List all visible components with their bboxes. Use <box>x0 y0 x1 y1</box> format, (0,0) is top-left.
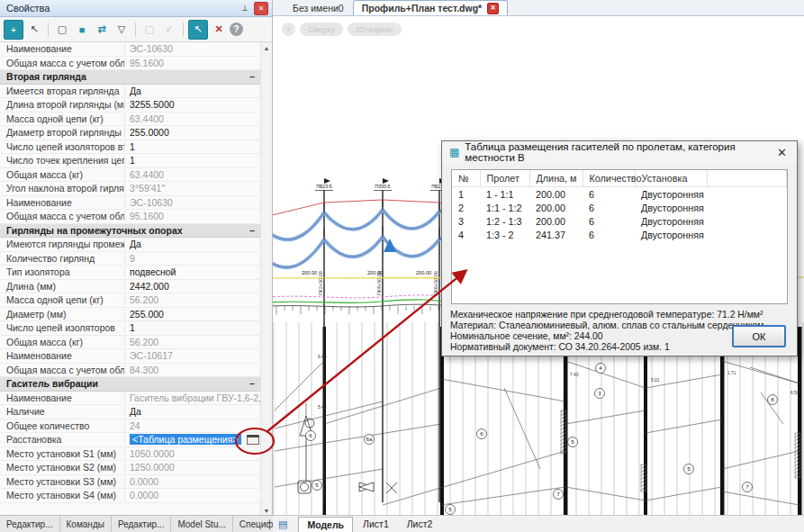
panel-close-icon[interactable]: ✕ <box>254 2 268 15</box>
property-row[interactable]: Имеются гирлянды промежуточ...Да <box>0 238 262 252</box>
property-row[interactable]: Масса одной цепи (кг)63.4400 <box>0 113 262 127</box>
property-section-header[interactable]: Вторая гирлянда− <box>0 70 262 85</box>
property-value[interactable]: 84.300 <box>124 365 262 375</box>
property-row[interactable]: Общая масса (кг)56.200 <box>0 336 262 350</box>
ok-button[interactable]: ОК <box>732 325 786 347</box>
panel-tab-команды[interactable]: Команды <box>60 516 112 532</box>
property-value[interactable]: 1 <box>124 322 262 333</box>
property-row[interactable]: НаименованиеГаситель вибрации ГВУ-1,6-2,… <box>0 392 262 406</box>
panel-tab-редактир-[interactable]: Редактир... <box>0 516 60 532</box>
open-table-button[interactable] <box>247 435 259 445</box>
property-row[interactable]: Число точек крепления цепей из...1 <box>0 154 262 168</box>
property-row[interactable]: Длина (мм)2442.000 <box>0 280 262 294</box>
dialog-close-icon[interactable]: ✕ <box>774 146 790 159</box>
property-row[interactable]: Число цепей изоляторов второй ...1 <box>0 140 262 155</box>
document-tab[interactable]: Профиль+План тест.dwg*✕ <box>353 0 509 15</box>
property-value[interactable]: 9 <box>124 253 262 264</box>
drawing-canvas[interactable]: ПБ23-5П330-5ПБ23-5 ПК2+50.00ПК4+50.00ПК6… <box>273 16 804 515</box>
document-tab[interactable]: Без имени0 <box>284 0 353 15</box>
property-section-header[interactable]: Гаситель вибрации− <box>0 377 262 392</box>
property-value[interactable]: 63.4400 <box>124 113 262 124</box>
document-tab-close-icon[interactable]: ✕ <box>487 3 499 14</box>
property-section-header[interactable]: Гирлянды на промежуточных опорах− <box>0 224 262 239</box>
scroll-up-icon[interactable]: ▲ <box>264 42 270 54</box>
property-value[interactable]: 3°59'41" <box>124 183 262 194</box>
clear-selection-icon[interactable]: ✕ <box>210 21 228 39</box>
layout-tab-модель[interactable]: Модель <box>298 517 353 532</box>
property-row[interactable]: Общая масса с учетом обледене...95.1600 <box>0 57 262 71</box>
property-value[interactable]: 1 <box>124 141 262 152</box>
property-value[interactable]: Да <box>124 239 262 249</box>
selection-filter-icon[interactable]: ▽ <box>113 21 131 39</box>
table-row[interactable]: 41:3 - 2241.376Двусторонняя <box>452 228 787 241</box>
select-window-icon[interactable]: ■ <box>73 21 91 39</box>
property-value[interactable]: 56.200 <box>124 294 262 305</box>
property-row[interactable]: НаименованиеЭС-10630 <box>0 42 262 57</box>
property-value[interactable]: 63.4400 <box>124 169 262 180</box>
property-row[interactable]: Место установки S3 (мм)0.0000 <box>0 475 262 490</box>
property-value[interactable]: Да <box>124 86 262 96</box>
property-value[interactable]: ЭС-10630 <box>124 43 262 54</box>
selection-rect-icon[interactable]: ▢ <box>53 21 71 39</box>
property-value[interactable]: Да <box>124 406 262 417</box>
property-row[interactable]: Тип изолятораподвесной <box>0 266 262 280</box>
property-row[interactable]: Расстановка<Таблица размещения> <box>0 433 262 447</box>
property-row[interactable]: НаличиеДа <box>0 405 262 419</box>
add-to-selection-icon[interactable]: + <box>4 20 23 40</box>
table-row[interactable]: 31:2 - 1:3200.006Двусторонняя <box>452 214 787 228</box>
property-row[interactable]: Место установки S4 (мм)0.0000 <box>0 489 262 503</box>
table-row[interactable]: 21:1 - 1:2200.006Двусторонняя <box>452 201 787 214</box>
property-value[interactable]: ЭС-10630 <box>124 197 262 208</box>
property-row[interactable]: Место установки S1 (мм)1050.0000 <box>0 447 262 462</box>
property-row[interactable]: Диаметр второй гирлянды (мм)255.0000 <box>0 126 262 140</box>
view-direction-button[interactable]: Сверху <box>300 23 343 36</box>
property-value[interactable]: 255.0000 <box>124 127 262 138</box>
property-value[interactable]: 95.1600 <box>124 58 262 68</box>
property-value[interactable]: 0.0000 <box>124 476 262 487</box>
property-row[interactable]: Количество гирлянд9 <box>0 252 262 266</box>
property-row[interactable]: НаименованиеЭС-10630 <box>0 196 262 211</box>
property-row[interactable]: Общее количество24 <box>0 419 262 434</box>
layouts-icon[interactable]: ▤ <box>278 518 287 530</box>
property-value[interactable]: <Таблица размещения> <box>124 434 262 445</box>
property-value[interactable]: 1 <box>124 155 262 166</box>
viewcube-plus-button[interactable]: + <box>282 23 295 36</box>
property-row[interactable]: Общая масса (кг)63.4400 <box>0 168 262 183</box>
cursor-icon[interactable]: ↖ <box>25 21 43 39</box>
property-row[interactable]: Имеется вторая гирляндаДа <box>0 85 262 99</box>
layout-tab-лист1[interactable]: Лист1 <box>355 517 397 531</box>
panel-tab-редактир-[interactable]: Редактир... <box>112 516 172 532</box>
pointer-select-icon[interactable]: ↖ <box>188 20 208 40</box>
select-crossing-icon[interactable]: ⇄ <box>93 21 111 39</box>
pin-icon[interactable]: ⊥ <box>239 3 251 14</box>
property-value[interactable]: ЭС-10617 <box>124 350 262 361</box>
property-row[interactable]: Место установки S2 (мм)1250.0000 <box>0 461 262 475</box>
property-value[interactable]: Гаситель вибрации ГВУ-1,6-2,4 <box>124 392 262 403</box>
property-row[interactable]: Диаметр (мм)255.000 <box>0 308 262 322</box>
layout-tab-лист2[interactable]: Лист2 <box>399 517 441 531</box>
property-value[interactable]: 1050.0000 <box>124 448 262 459</box>
table-row[interactable]: 11 - 1:1200.006Двусторонняя <box>452 187 787 202</box>
apply-selection-icon[interactable]: ✓ <box>160 21 178 39</box>
property-value[interactable]: 95.1600 <box>124 211 262 221</box>
property-row[interactable]: Угол наклона второй гирлянды3°59'41" <box>0 182 262 196</box>
panel-tab-model-stu-[interactable]: Model Stu... <box>171 516 232 532</box>
grid-scrollbar[interactable]: ▲ ▼ <box>260 42 272 517</box>
property-value[interactable]: 24 <box>124 420 262 431</box>
property-row[interactable]: Общая масса с учетом обледене...84.300 <box>0 364 262 378</box>
property-value[interactable]: 1250.0000 <box>124 462 262 473</box>
property-value[interactable]: 56.200 <box>124 337 262 347</box>
property-row[interactable]: НаименованиеЭС-10617 <box>0 349 262 364</box>
property-value[interactable]: 3255.5000 <box>124 99 262 110</box>
property-row[interactable]: Общая масса с учетом обледене...95.1600 <box>0 210 262 224</box>
property-value[interactable]: 2442.000 <box>124 281 262 292</box>
property-value[interactable]: 0.0000 <box>124 490 262 500</box>
dialog-title-bar[interactable]: ▦ Таблица размещения гасителей по пролет… <box>442 141 797 163</box>
property-value[interactable]: подвесной <box>124 266 262 277</box>
property-row[interactable]: Масса одной цепи (кг)56.200 <box>0 293 262 308</box>
quick-select-icon[interactable]: ▢ <box>140 21 158 39</box>
property-row[interactable]: Число цепей изоляторов1 <box>0 321 262 336</box>
visual-style-button[interactable]: 2D-каркас <box>348 23 402 36</box>
help-icon[interactable]: ? <box>230 23 243 36</box>
property-row[interactable]: Длина второй гирлянды (мм)3255.5000 <box>0 98 262 113</box>
